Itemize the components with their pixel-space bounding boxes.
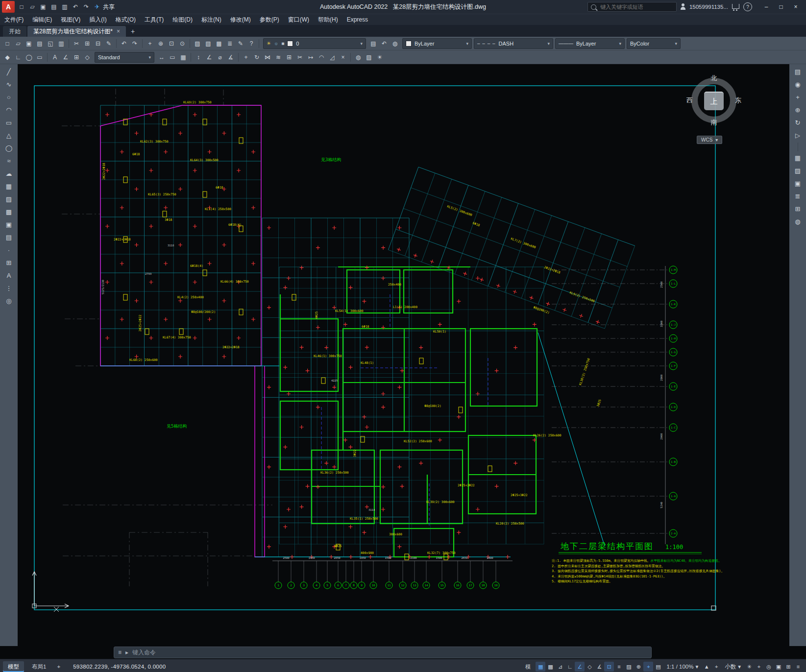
units-dropdown[interactable]: 小数 ▾ — [722, 663, 744, 671]
command-line[interactable]: ≡ ▸ 键入命令 — [114, 647, 652, 658]
menu-insert[interactable]: 插入(I) — [85, 14, 111, 25]
new-layout-button[interactable]: + — [54, 664, 63, 670]
workspace-switch-icon[interactable]: ◆ — [2, 52, 13, 62]
mirror-icon[interactable]: ⋈ — [262, 52, 273, 62]
distance-icon[interactable]: ↔ — [156, 52, 167, 62]
qnew-icon[interactable]: □ — [17, 2, 26, 12]
circle-tool-icon[interactable]: ○ — [2, 92, 15, 103]
ortho-mode-icon[interactable]: ∟ — [565, 662, 575, 672]
text-style-icon[interactable]: A — [49, 52, 60, 62]
revcloud-tool-icon[interactable]: ☁ — [2, 168, 15, 180]
xref-palette-icon[interactable]: ⊞ — [791, 203, 804, 215]
tab-start[interactable]: 开始 — [3, 26, 26, 37]
paste-icon[interactable]: ⊟ — [93, 39, 103, 48]
materials-icon[interactable]: ▨ — [364, 52, 374, 62]
aligned-dim-icon[interactable]: ∠ — [204, 52, 215, 62]
pan-icon[interactable]: + — [145, 39, 155, 48]
model-tab[interactable]: 模型 — [3, 661, 24, 672]
app-store-icon[interactable] — [732, 4, 739, 9]
tool-palettes-icon[interactable]: ▩ — [214, 39, 224, 48]
viewcube[interactable]: 北 南 西 东 上 — [688, 75, 739, 126]
clean-screen-icon[interactable]: ⊞ — [783, 662, 793, 672]
dim-style-icon[interactable]: ∠ — [60, 52, 71, 62]
ucs-world-icon[interactable]: ◯ — [24, 52, 34, 62]
plotstyle-dropdown[interactable]: ByColor ▾ — [627, 38, 681, 49]
rotate-icon[interactable]: ↻ — [251, 52, 262, 62]
render-icon[interactable]: ◍ — [353, 52, 364, 62]
match-properties-icon[interactable]: ✎ — [103, 39, 114, 48]
close-button[interactable]: × — [788, 1, 803, 13]
undo-icon[interactable]: ↶ — [119, 39, 129, 48]
maximize-button[interactable]: □ — [774, 1, 788, 13]
menu-file[interactable]: 文件(F) — [0, 14, 28, 25]
count-palette-icon[interactable]: ≣ — [791, 191, 804, 202]
table-style-icon[interactable]: ⊞ — [71, 52, 82, 62]
angular-dim-icon[interactable]: ∡ — [225, 52, 236, 62]
linear-dim-icon[interactable]: ↕ — [193, 52, 204, 62]
saveas-icon[interactable]: ▤ — [49, 2, 59, 12]
workspace-switching-icon[interactable]: ✳ — [744, 662, 754, 672]
menu-dimension[interactable]: 标注(N) — [197, 14, 226, 25]
quick-properties-icon[interactable]: ▤ — [653, 662, 663, 672]
layer-palette-icon[interactable]: ▦ — [791, 152, 804, 164]
zoom-realtime-icon[interactable]: ⊕ — [155, 39, 166, 48]
line-tool-icon[interactable]: ╱ — [2, 66, 15, 78]
hatch-tool-icon[interactable]: ▦ — [2, 181, 15, 192]
rectangle-tool-icon[interactable]: ▭ — [2, 117, 15, 129]
viewcube-menu-icon[interactable]: ▤ — [791, 66, 804, 78]
viewcube-north[interactable]: 北 — [711, 74, 717, 83]
volume-icon[interactable]: ▦ — [178, 52, 189, 62]
fillet-icon[interactable]: ◠ — [316, 52, 327, 62]
spline-tool-icon[interactable]: ≈ — [2, 155, 15, 167]
isolate-objects-icon[interactable]: ◎ — [764, 662, 774, 672]
linetype-dropdown[interactable]: – – – – DASH ▾ — [474, 38, 553, 49]
pan-tool-icon[interactable]: + — [791, 92, 804, 103]
move-icon[interactable]: + — [241, 52, 251, 62]
command-input[interactable]: 键入命令 — [132, 648, 156, 657]
blocks-palette-icon[interactable]: ▣ — [791, 178, 804, 190]
menu-express[interactable]: Express — [342, 14, 372, 25]
layer-freeze-icon[interactable]: ☼ — [274, 41, 278, 46]
navwheel-icon[interactable]: ◉ — [791, 79, 804, 91]
donut-tool-icon[interactable]: ◎ — [2, 295, 15, 307]
selection-cycling-icon[interactable]: ⊕ — [634, 662, 643, 672]
viewcube-top-face[interactable]: 上 — [704, 92, 724, 110]
viewcube-west[interactable]: 西 — [686, 96, 693, 105]
cut-icon[interactable]: ✂ — [71, 39, 82, 48]
object-snap-tracking-icon[interactable]: ∡ — [594, 662, 604, 672]
isodraft-icon[interactable]: ◇ — [585, 662, 594, 672]
model-paper-toggle[interactable]: 模型 — [520, 662, 536, 672]
user-id[interactable]: 15059991135... — [689, 4, 728, 10]
customization-icon[interactable]: ≡ — [793, 662, 803, 672]
polygon-tool-icon[interactable]: △ — [2, 130, 15, 142]
table-tool-icon[interactable]: ⊞ — [2, 257, 15, 269]
minimize-button[interactable]: – — [759, 1, 774, 13]
layer-lock-icon[interactable]: ■ — [281, 41, 284, 46]
annotation-scale-dropdown[interactable]: 1:1 / 100% ▾ — [663, 663, 701, 670]
ellipse-tool-icon[interactable]: ◯ — [2, 143, 15, 154]
plot-preview-icon[interactable]: ◱ — [45, 39, 56, 48]
trim-icon[interactable]: ✂ — [294, 52, 305, 62]
divide-tool-icon[interactable]: ⋮ — [2, 283, 15, 294]
viewcube-east[interactable]: 东 — [735, 96, 741, 105]
grid-display-icon[interactable]: ▦ — [536, 662, 545, 672]
create-block-icon[interactable]: ▤ — [2, 232, 15, 243]
menu-format[interactable]: 格式(O) — [111, 14, 140, 25]
properties-icon[interactable]: ▨ — [192, 39, 203, 48]
point-tool-icon[interactable]: · — [2, 244, 15, 256]
menu-modify[interactable]: 修改(M) — [226, 14, 255, 25]
region-tool-icon[interactable]: ▩ — [2, 206, 15, 218]
zoom-tool-icon[interactable]: ⊕ — [791, 104, 804, 116]
designcenter-icon[interactable]: ▧ — [203, 39, 214, 48]
named-views-icon[interactable]: ▭ — [34, 52, 45, 62]
open-icon[interactable]: ▱ — [13, 39, 24, 48]
redo-icon[interactable]: ↷ — [81, 2, 91, 12]
array-icon[interactable]: ⊞ — [284, 52, 294, 62]
zoom-previous-icon[interactable]: ⊙ — [177, 39, 188, 48]
layer-on-icon[interactable]: ☀ — [267, 41, 271, 46]
command-customize-icon[interactable]: ≡ — [118, 649, 122, 656]
transparency-icon[interactable]: ▨ — [624, 662, 634, 672]
help-icon[interactable]: ? — [246, 39, 257, 48]
menu-tools[interactable]: 工具(T) — [140, 14, 168, 25]
layer-isolate-icon[interactable]: ◍ — [390, 39, 400, 48]
